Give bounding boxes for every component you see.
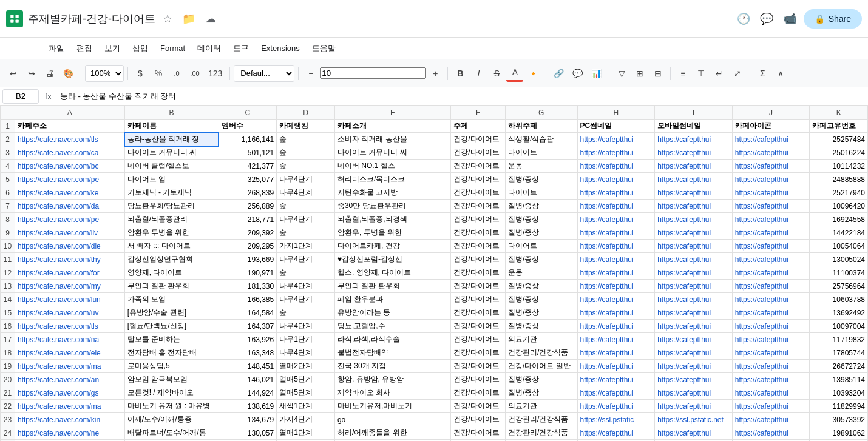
cell-G16[interactable]: 질병/증상 — [505, 320, 577, 333]
cell-E8[interactable]: 뇌출혈,뇌졸중,뇌경색 — [334, 213, 450, 226]
cell-H11[interactable]: https://cafeptthui — [577, 253, 655, 266]
cell-A11[interactable]: https://cafe.naver.com/thy — [15, 253, 125, 266]
cell-E17[interactable]: 라식,라섹,라식수술 — [334, 333, 450, 346]
cell-A12[interactable]: https://cafe.naver.com/for — [15, 266, 125, 280]
cell-H8[interactable]: https://cafeptthui — [577, 213, 655, 226]
cell-F10[interactable]: 건강/다이어트 — [451, 240, 506, 253]
cell-C12[interactable]: 190,971 — [219, 266, 277, 280]
cell-I12[interactable]: https://cafeptthui — [655, 266, 733, 280]
cell-K15[interactable]: 13692492 — [810, 306, 868, 320]
cell-K19[interactable]: 26672724 — [810, 360, 868, 373]
cell-B3[interactable]: 다이어트 커뮤니티 씨 — [124, 146, 219, 160]
cell-K21[interactable]: 10393204 — [810, 386, 868, 400]
cell-K20[interactable]: 13985114 — [810, 373, 868, 386]
cell-D20[interactable]: 열매5단계 — [277, 373, 335, 386]
menu-extensions[interactable]: Extensions — [255, 41, 306, 55]
cell-B12[interactable]: 영양제, 다이어트 — [124, 266, 219, 280]
cell-I3[interactable]: https://cafeptthui — [655, 146, 733, 160]
cell-B9[interactable]: 암환우 투병을 위한 — [124, 226, 219, 240]
menu-format[interactable]: Format — [154, 41, 191, 55]
cell-E23[interactable]: go — [334, 413, 450, 426]
cell-H7[interactable]: https://cafeptthui — [577, 200, 655, 213]
cell-G18[interactable]: 건강관리/건강식품 — [505, 346, 577, 360]
cell-B14[interactable]: 가족의 모임 — [124, 293, 219, 306]
cell-C24[interactable]: 130,057 — [219, 426, 277, 440]
cell-H18[interactable]: https://cafeptthui — [577, 346, 655, 360]
cell-C7[interactable]: 256,889 — [219, 200, 277, 213]
cell-G3[interactable]: 다이어트 — [505, 146, 577, 160]
cell-C3[interactable]: 501,121 — [219, 146, 277, 160]
folder-icon[interactable]: 📁 — [180, 10, 198, 28]
insert-comment-button[interactable]: 💬 — [569, 65, 586, 82]
cell-J10[interactable]: https://cafeptthui — [732, 240, 810, 253]
cell-J7[interactable]: https://cafeptthui — [732, 200, 810, 213]
menu-view[interactable]: 보기 — [98, 41, 126, 56]
cell-C14[interactable]: 166,385 — [219, 293, 277, 306]
cell-H22[interactable]: https://cafeptthui — [577, 400, 655, 413]
cell-J9[interactable]: https://cafeptthui — [732, 226, 810, 240]
cell-E2[interactable]: 소비자 직거래 농산물 — [334, 133, 450, 146]
cell-C23[interactable]: 134,679 — [219, 413, 277, 426]
cell-K5[interactable]: 24885888 — [810, 173, 868, 186]
cell-C5[interactable]: 325,077 — [219, 173, 277, 186]
cell-C17[interactable]: 163,926 — [219, 333, 277, 346]
cell-C10[interactable]: 209,295 — [219, 240, 277, 253]
cell-E7[interactable]: 중30만 당뇨환우관리 — [334, 200, 450, 213]
collapse-button[interactable]: ∧ — [772, 65, 789, 82]
cell-I11[interactable]: https://cafeptthui — [655, 253, 733, 266]
cell-J24[interactable]: https://cafeptthui — [732, 426, 810, 440]
cell-K10[interactable]: 10054064 — [810, 240, 868, 253]
cell-G20[interactable]: 질병/증상 — [505, 373, 577, 386]
header-members[interactable]: 멤버수 — [219, 120, 277, 133]
header-topic[interactable]: 주제 — [451, 120, 506, 133]
cell-A5[interactable]: https://cafe.naver.com/pe — [15, 173, 125, 186]
decimal-more-button[interactable]: .00 — [186, 65, 203, 82]
cell-C18[interactable]: 163,348 — [219, 346, 277, 360]
cell-I7[interactable]: https://cafeptthui — [655, 200, 733, 213]
cell-I19[interactable]: https://cafeptthui — [655, 360, 733, 373]
undo-button[interactable]: ↩ — [5, 65, 22, 82]
menu-file[interactable]: 파일 — [42, 41, 70, 56]
cell-E13[interactable]: 부인과 질환 환우회 — [334, 280, 450, 293]
cell-E24[interactable]: 허리/어깨종들을 위한 — [334, 426, 450, 440]
cell-J21[interactable]: https://cafeptthui — [732, 386, 810, 400]
col-header-I[interactable]: I — [655, 106, 733, 120]
cell-I8[interactable]: https://cafeptthui — [655, 213, 733, 226]
print-button[interactable]: 🖨 — [41, 65, 58, 82]
header-cafe-name[interactable]: 카페이름 — [124, 120, 219, 133]
cell-C6[interactable]: 268,839 — [219, 186, 277, 200]
cell-K6[interactable]: 25217940 — [810, 186, 868, 200]
cell-B8[interactable]: 뇌출혈/뇌졸중관리 — [124, 213, 219, 226]
cell-A24[interactable]: https://cafe.naver.com/ne — [15, 426, 125, 440]
cell-E9[interactable]: 암환우, 투병을 위한 — [334, 226, 450, 240]
cell-K7[interactable]: 10096420 — [810, 200, 868, 213]
cell-C11[interactable]: 193,669 — [219, 253, 277, 266]
cell-F23[interactable]: 건강/다이어트 — [451, 413, 506, 426]
col-header-H[interactable]: H — [577, 106, 655, 120]
cell-I14[interactable]: https://cafeptthui — [655, 293, 733, 306]
menu-help[interactable]: 도움말 — [306, 41, 342, 56]
cell-A10[interactable]: https://cafe.naver.com/die — [15, 240, 125, 253]
font-size-increase-button[interactable]: + — [427, 65, 444, 82]
cell-H6[interactable]: https://cafeptthui — [577, 186, 655, 200]
cell-H19[interactable]: https://cafeptthui — [577, 360, 655, 373]
cell-J17[interactable]: https://cafeptthui — [732, 333, 810, 346]
header-pc-thumb[interactable]: PC썸네일 — [577, 120, 655, 133]
cell-E4[interactable]: 네이버 NO.1 헬스 — [334, 160, 450, 173]
cell-D4[interactable]: 숲 — [277, 160, 335, 173]
cell-J5[interactable]: https://cafeptthui — [732, 173, 810, 186]
cell-C13[interactable]: 181,330 — [219, 280, 277, 293]
cell-K12[interactable]: 11100374 — [810, 266, 868, 280]
cell-D16[interactable]: 나무4단계 — [277, 320, 335, 333]
cell-H4[interactable]: https://cafeptthui — [577, 160, 655, 173]
cell-J20[interactable]: https://cafeptthui — [732, 373, 810, 386]
cell-B7[interactable]: 당뇨환우회/당뇨관리 — [124, 200, 219, 213]
cell-K16[interactable]: 10097004 — [810, 320, 868, 333]
cell-J23[interactable]: https://cafeptthui — [732, 413, 810, 426]
menu-tools[interactable]: 도구 — [227, 41, 255, 56]
cell-D15[interactable]: 숲 — [277, 306, 335, 320]
strikethrough-button[interactable]: S — [488, 65, 505, 82]
cell-A15[interactable]: https://cafe.naver.com/uv — [15, 306, 125, 320]
cell-G7[interactable]: 질병/증상 — [505, 200, 577, 213]
cell-I21[interactable]: https://cafeptthui — [655, 386, 733, 400]
